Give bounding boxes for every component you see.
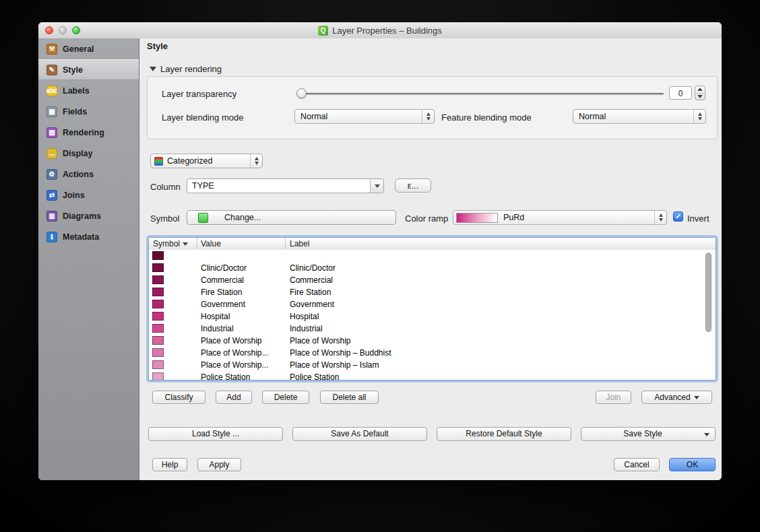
category-color-swatch[interactable] xyxy=(152,300,164,308)
category-color-swatch[interactable] xyxy=(152,312,164,321)
sidebar-item-label: General xyxy=(63,44,94,54)
sidebar-item-metadata[interactable]: ℹ Metadata xyxy=(38,226,139,247)
sidebar-item-label: Actions xyxy=(63,170,94,179)
category-row[interactable]: Government Government xyxy=(149,298,716,310)
symbol-change-button[interactable]: Change... xyxy=(187,210,396,225)
transparency-slider-track[interactable] xyxy=(296,93,664,95)
category-color-swatch[interactable] xyxy=(152,324,164,333)
category-value-cell: Hospital xyxy=(201,310,230,323)
vertical-scrollbar-thumb[interactable] xyxy=(705,253,711,332)
category-color-swatch[interactable] xyxy=(152,263,164,272)
titlebar[interactable]: Q Layer Properties – Buildings xyxy=(38,22,722,39)
layer-rendering-group xyxy=(147,76,718,139)
category-row[interactable]: Commercial Commercial xyxy=(149,274,716,286)
category-color-swatch[interactable] xyxy=(152,360,164,369)
join-arrow-icon: ⇄ xyxy=(46,190,57,201)
disclosure-triangle-icon[interactable] xyxy=(150,67,156,71)
sidebar-item-display[interactable]: … Display xyxy=(38,143,139,164)
load-style-button[interactable]: Load Style ... xyxy=(148,427,283,441)
stepper-down-button[interactable] xyxy=(695,93,705,100)
layer-blending-dropdown[interactable]: Normal xyxy=(294,109,435,124)
category-label-cell: Government xyxy=(290,298,334,310)
sidebar-item-style[interactable]: ✎ Style xyxy=(38,59,139,80)
feature-blending-label: Feature blending mode xyxy=(441,112,532,123)
category-color-swatch[interactable] xyxy=(152,251,164,260)
save-as-default-button[interactable]: Save As Default xyxy=(292,427,427,441)
advanced-button[interactable]: Advanced xyxy=(641,391,712,404)
color-ramp-dropdown[interactable]: PuRd xyxy=(453,210,667,225)
sidebar-item-label: Joins xyxy=(63,191,85,200)
category-color-swatch[interactable] xyxy=(152,288,164,296)
category-color-swatch[interactable] xyxy=(152,336,164,345)
sidebar-item-fields[interactable]: ▦ Fields xyxy=(38,101,139,122)
qgis-logo-icon: Q xyxy=(318,26,328,36)
category-row[interactable]: Police Station Police Station xyxy=(149,371,716,380)
join-button: Join xyxy=(596,391,631,404)
classify-button[interactable]: Classify xyxy=(152,391,205,404)
attribute-table-icon: ▦ xyxy=(46,106,57,117)
apply-button[interactable]: Apply xyxy=(197,458,241,471)
header-label[interactable]: Label xyxy=(290,238,309,250)
categories-table[interactable]: Symbol Value Label Clinic/Doctor Clinic/… xyxy=(148,237,716,380)
category-label-cell: Commercial xyxy=(290,274,333,286)
renderer-type-dropdown[interactable]: Categorized xyxy=(150,154,263,168)
category-value-cell: Government xyxy=(201,298,245,310)
category-value-cell: Fire Station xyxy=(201,286,242,298)
category-row[interactable] xyxy=(149,250,716,262)
header-value[interactable]: Value xyxy=(201,238,221,250)
sidebar: ⚒ General ✎ Style abc Labels ▦ Fields ▨ … xyxy=(38,38,139,480)
save-style-button[interactable]: Save Style xyxy=(581,427,716,441)
transparency-stepper xyxy=(695,86,705,100)
sidebar-item-label: Fields xyxy=(63,107,87,117)
delete-all-button[interactable]: Delete all xyxy=(320,391,379,404)
color-ramp-label: Color ramp xyxy=(405,213,448,224)
category-label-cell: Police Station xyxy=(290,371,339,380)
category-color-swatch[interactable] xyxy=(152,372,164,380)
category-label-cell: Place of Worship – Islam xyxy=(290,359,379,371)
symbol-color-swatch xyxy=(198,213,208,223)
layer-rendering-header[interactable]: Layer rendering xyxy=(150,63,222,73)
category-row[interactable]: Place of Worship... Place of Worship – I… xyxy=(149,359,716,371)
category-label-cell: Hospital xyxy=(290,310,319,323)
sidebar-item-general[interactable]: ⚒ General xyxy=(38,38,139,59)
header-symbol[interactable]: Symbol xyxy=(153,238,188,250)
info-icon: ℹ xyxy=(46,232,57,242)
category-row[interactable]: Clinic/Doctor Clinic/Doctor xyxy=(149,262,716,274)
layer-blending-label: Layer blending mode xyxy=(162,112,243,123)
category-row[interactable]: Place of Worship Place of Worship xyxy=(149,335,716,347)
abc-label-icon: abc xyxy=(46,86,57,96)
symbol-label: Symbol xyxy=(150,213,179,224)
sidebar-items: ⚒ General ✎ Style abc Labels ▦ Fields ▨ … xyxy=(38,38,139,247)
sidebar-item-diagrams[interactable]: ▥ Diagrams xyxy=(38,205,139,226)
category-color-swatch[interactable] xyxy=(152,275,164,284)
category-row[interactable]: Industrial Industrial xyxy=(149,323,716,335)
chart-icon: ▥ xyxy=(46,211,57,222)
feature-blending-dropdown[interactable]: Normal xyxy=(573,109,706,124)
sidebar-item-labels[interactable]: abc Labels xyxy=(38,80,139,101)
invert-checkbox[interactable]: ✓ xyxy=(673,211,683,222)
paintbrush-icon: ✎ xyxy=(46,65,57,75)
invert-label: Invert xyxy=(687,213,709,224)
combo-dropdown-button[interactable] xyxy=(370,179,383,193)
up-arrow-icon xyxy=(697,88,703,91)
transparency-slider-handle[interactable] xyxy=(296,88,307,98)
delete-button[interactable]: Delete xyxy=(262,391,309,404)
category-row[interactable]: Place of Worship... Place of Worship – B… xyxy=(149,347,716,359)
category-color-swatch[interactable] xyxy=(152,348,164,357)
sidebar-item-rendering[interactable]: ▨ Rendering xyxy=(38,122,139,143)
ok-button[interactable]: OK xyxy=(669,458,716,471)
transparency-value-field[interactable]: 0 xyxy=(669,86,692,100)
sidebar-item-actions[interactable]: ⚙ Actions xyxy=(38,164,139,185)
column-combobox[interactable]: TYPE xyxy=(187,178,384,193)
cancel-button[interactable]: Cancel xyxy=(614,458,660,471)
sidebar-item-label: Style xyxy=(63,65,83,75)
add-button[interactable]: Add xyxy=(216,391,252,404)
expression-builder-button[interactable]: ε... xyxy=(395,178,431,193)
page-title: Style xyxy=(147,41,168,51)
category-row[interactable]: Fire Station Fire Station xyxy=(149,286,716,298)
restore-default-style-button[interactable]: Restore Default Style xyxy=(437,427,571,441)
category-row[interactable]: Hospital Hospital xyxy=(149,310,716,323)
sidebar-item-joins[interactable]: ⇄ Joins xyxy=(38,185,139,205)
stepper-up-button[interactable] xyxy=(695,86,705,93)
help-button[interactable]: Help xyxy=(152,458,187,471)
